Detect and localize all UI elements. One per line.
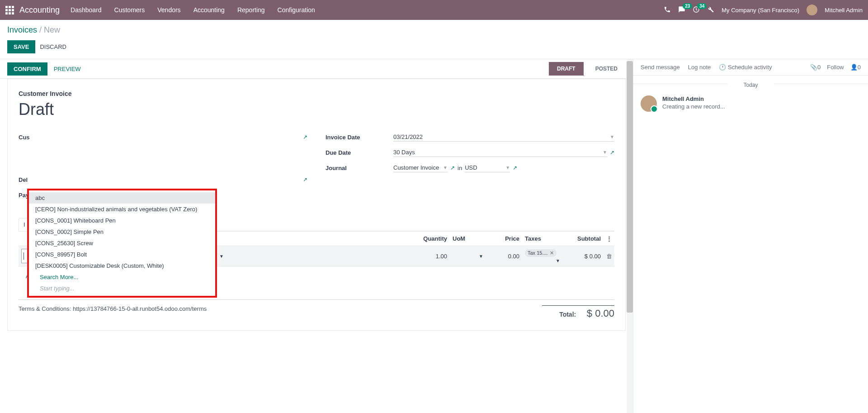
clock-badge: 34: [697, 3, 707, 9]
schedule-activity-button[interactable]: 🕐 Schedule activity: [719, 64, 772, 71]
delivery-label: Del: [19, 176, 86, 183]
clock-icon[interactable]: 34: [693, 6, 700, 14]
col-price: Price: [486, 232, 522, 246]
paperclip-icon: 📎: [810, 64, 817, 71]
dropdown-hint: Start typing...: [29, 283, 215, 294]
due-date-field[interactable]: 30 Days ▼: [393, 148, 607, 157]
external-link-icon[interactable]: ↗: [303, 134, 307, 140]
attachment-count[interactable]: 📎0: [810, 64, 821, 71]
col-quantity: Quantity: [226, 232, 450, 246]
terms-text[interactable]: Terms & Conditions: https://13784766-15-…: [19, 305, 207, 319]
follow-button[interactable]: Follow: [827, 64, 844, 71]
main-form-area: CONFIRM PREVIEW DRAFT POSTED Customer In…: [0, 59, 633, 413]
doc-name: Draft: [19, 100, 614, 119]
chatter-panel: Send message Log note 🕐 Schedule activit…: [633, 59, 868, 413]
user-name[interactable]: Mitchell Admin: [825, 7, 863, 14]
kebab-icon[interactable]: ⋮: [604, 232, 614, 246]
dropdown-search-more[interactable]: Search More...: [29, 271, 215, 283]
subheader: Invoices / New SAVE DISCARD: [0, 20, 868, 59]
invoice-date-field[interactable]: 03/21/2022 ▼: [393, 133, 614, 142]
message-author[interactable]: Mitchell Admin: [662, 95, 725, 102]
breadcrumb: Invoices / New: [7, 25, 861, 35]
main-menu: Dashboard Customers Vendors Accounting R…: [71, 6, 315, 14]
menu-dashboard[interactable]: Dashboard: [71, 6, 102, 14]
phone-icon[interactable]: [664, 6, 671, 14]
log-note-button[interactable]: Log note: [688, 64, 711, 71]
dropdown-item[interactable]: [CONS_89957] Bolt: [29, 249, 215, 260]
price-cell[interactable]: 0.00: [486, 246, 522, 266]
delete-line-icon[interactable]: 🗑: [604, 246, 614, 266]
chat-badge: 23: [683, 3, 692, 9]
chat-icon[interactable]: 23: [678, 6, 685, 14]
status-bar: CONFIRM PREVIEW DRAFT POSTED: [0, 59, 633, 79]
breadcrumb-parent[interactable]: Invoices: [7, 25, 37, 34]
chevron-down-icon: ▼: [610, 134, 614, 139]
chatter-message: Mitchell Admin Creating a new record...: [633, 92, 868, 115]
dropdown-item[interactable]: [CONS_0002] Simple Pen: [29, 226, 215, 237]
person-icon: 👤: [850, 64, 858, 71]
message-body: Creating a new record...: [662, 103, 725, 110]
total-label: Total:: [559, 311, 576, 318]
status-posted[interactable]: POSTED: [584, 62, 626, 76]
dropdown-query[interactable]: abc: [29, 192, 215, 204]
currency-field[interactable]: USD ▼: [465, 163, 510, 172]
menu-accounting[interactable]: Accounting: [193, 6, 225, 14]
remove-tax-icon[interactable]: ✕: [550, 250, 554, 256]
taxes-cell[interactable]: Tax 15....✕ ▼: [522, 246, 563, 266]
chevron-down-icon: ▼: [443, 165, 448, 170]
external-link-icon[interactable]: ↗: [303, 176, 307, 183]
top-navbar: Accounting Dashboard Customers Vendors A…: [0, 0, 868, 20]
chatter-date-separator: Today: [633, 76, 868, 92]
status-draft[interactable]: DRAFT: [549, 62, 584, 76]
apps-icon[interactable]: [5, 6, 14, 14]
journal-label: Journal: [326, 165, 393, 171]
external-link-icon[interactable]: ↗: [450, 165, 455, 171]
total-amount: $ 0.00: [587, 308, 614, 319]
clock-icon: 🕐: [719, 64, 728, 71]
due-date-label: Due Date: [326, 149, 393, 156]
external-link-icon[interactable]: ↗: [610, 149, 614, 156]
dropdown-item[interactable]: [CONS_0001] Whiteboard Pen: [29, 215, 215, 226]
chevron-down-icon: ▼: [505, 165, 510, 170]
discard-button[interactable]: DISCARD: [40, 40, 66, 53]
menu-vendors[interactable]: Vendors: [157, 6, 180, 14]
customer-label: Cus: [19, 134, 86, 141]
menu-configuration[interactable]: Configuration: [278, 6, 315, 14]
dropdown-item[interactable]: [CONS_25630] Screw: [29, 237, 215, 249]
scrollbar[interactable]: [627, 59, 633, 413]
save-button[interactable]: SAVE: [7, 40, 35, 53]
doc-type-label: Customer Invoice: [19, 90, 614, 97]
chevron-down-icon: ▼: [603, 150, 607, 155]
journal-field[interactable]: Customer Invoice ▼: [393, 163, 448, 172]
col-subtotal: Subtotal: [563, 232, 604, 246]
tools-icon[interactable]: [707, 6, 714, 14]
menu-customers[interactable]: Customers: [114, 6, 145, 14]
external-link-icon[interactable]: ↗: [513, 165, 517, 171]
company-switcher[interactable]: My Company (San Francisco): [722, 7, 799, 14]
dropdown-item[interactable]: [CERO] Non-industrialized animals and ve…: [29, 204, 215, 215]
send-message-button[interactable]: Send message: [641, 64, 680, 71]
autocomplete-dropdown: abc [CERO] Non-industrialized animals an…: [27, 189, 217, 298]
user-avatar[interactable]: [807, 5, 817, 15]
quantity-cell[interactable]: 1.00: [226, 246, 450, 266]
preview-button[interactable]: PREVIEW: [47, 62, 87, 76]
follower-count[interactable]: 👤0: [850, 64, 861, 71]
subtotal-cell: $ 0.00: [563, 246, 604, 266]
breadcrumb-current: New: [44, 25, 60, 34]
confirm-button[interactable]: CONFIRM: [7, 62, 47, 76]
col-uom: UoM: [450, 232, 486, 246]
menu-reporting[interactable]: Reporting: [237, 6, 265, 14]
col-taxes: Taxes: [522, 232, 563, 246]
uom-cell[interactable]: ▼: [450, 246, 486, 266]
invoice-date-label: Invoice Date: [326, 134, 393, 141]
dropdown-item[interactable]: [DESK0005] Customizable Desk (Custom, Wh…: [29, 260, 215, 271]
message-avatar[interactable]: [641, 95, 657, 112]
app-brand[interactable]: Accounting: [19, 5, 60, 15]
